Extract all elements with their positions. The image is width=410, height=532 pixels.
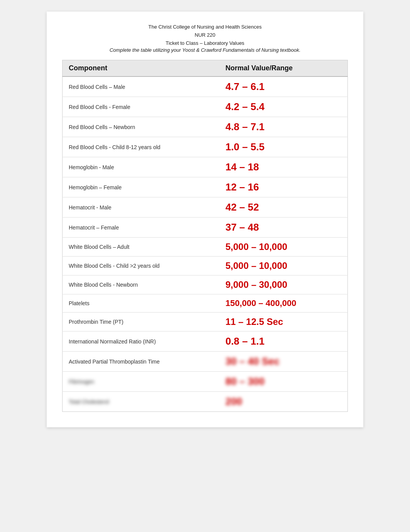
col-component-header: Component xyxy=(63,60,219,77)
header-line4: Complete the table utilizing your Yoost … xyxy=(62,47,348,53)
component-name: White Blood Cells – Adult xyxy=(69,244,129,250)
table-row: Red Blood Cells – Male4.7 – 6.1 xyxy=(63,76,348,97)
value-cell: 37 – 48 xyxy=(219,218,348,238)
value-cell: 11 – 12.5 Sec xyxy=(219,313,348,331)
table-row: Hematocrit – Female37 – 48 xyxy=(63,218,348,238)
lab-values-table: Component Normal Value/Range Red Blood C… xyxy=(62,60,348,412)
table-row: International Normalized Ratio (INR)0.8 … xyxy=(63,331,348,352)
component-cell: Red Blood Cells - Female xyxy=(63,97,219,117)
value-cell: 14 – 18 xyxy=(219,157,348,177)
value-cell: 4.7 – 6.1 xyxy=(219,76,348,97)
component-cell: International Normalized Ratio (INR) xyxy=(63,331,219,352)
normal-value: 37 – 48 xyxy=(225,221,259,233)
value-cell: 4.2 – 5.4 xyxy=(219,97,348,117)
component-name: Red Blood Cells – Male xyxy=(69,84,125,90)
normal-value: 0.8 – 1.1 xyxy=(225,335,264,347)
component-name: Red Blood Cells - Female xyxy=(69,104,130,110)
table-row: Platelets150,000 – 400,000 xyxy=(63,294,348,313)
value-cell: 12 – 16 xyxy=(219,177,348,197)
component-name: Total Cholesterol xyxy=(69,399,109,405)
component-name: Red Blood Cells - Child 8-12 years old xyxy=(69,144,160,150)
table-row: Red Blood Cells – Newborn4.8 – 7.1 xyxy=(63,117,348,137)
component-cell: Hematocrit – Female xyxy=(63,218,219,238)
component-name: Platelets xyxy=(69,300,90,306)
normal-value: 11 – 12.5 Sec xyxy=(225,316,283,327)
normal-value: 4.7 – 6.1 xyxy=(225,81,264,92)
value-cell: 5,000 – 10,000 xyxy=(219,238,348,257)
value-cell: 1.0 – 5.5 xyxy=(219,137,348,157)
table-row: Hemoglobin - Male14 – 18 xyxy=(63,157,348,177)
table-row: White Blood Cells - Newborn9,000 – 30,00… xyxy=(63,275,348,294)
normal-value: 42 – 52 xyxy=(225,201,259,213)
component-cell: Activated Partial Thromboplastin Time xyxy=(63,352,219,372)
component-name: Red Blood Cells – Newborn xyxy=(69,124,135,130)
value-cell: 200 xyxy=(219,392,348,412)
value-cell: 150,000 – 400,000 xyxy=(219,294,348,313)
page-container: The Christ College of Nursing and Health… xyxy=(47,12,363,427)
table-row: Fibrinogen80 – 300 xyxy=(63,372,348,392)
component-name: Hemoglobin - Male xyxy=(69,164,114,170)
value-cell: 30 – 40 Sec xyxy=(219,352,348,372)
component-name: Fibrinogen xyxy=(69,379,94,385)
table-row: Red Blood Cells - Child 8-12 years old1.… xyxy=(63,137,348,157)
header-line3: Ticket to Class – Laboratory Values xyxy=(62,39,348,48)
value-cell: 4.8 – 7.1 xyxy=(219,117,348,137)
value-cell: 80 – 300 xyxy=(219,372,348,392)
table-row: Hematocrit - Male42 – 52 xyxy=(63,197,348,218)
value-cell: 9,000 – 30,000 xyxy=(219,275,348,294)
normal-value: 5,000 – 10,000 xyxy=(225,241,287,252)
table-row: White Blood Cells - Child >2 years old5,… xyxy=(63,257,348,275)
value-cell: 42 – 52 xyxy=(219,197,348,218)
component-cell: Red Blood Cells – Male xyxy=(63,76,219,97)
normal-value: 30 – 40 Sec xyxy=(225,355,280,367)
component-cell: Platelets xyxy=(63,294,219,313)
value-cell: 5,000 – 10,000 xyxy=(219,257,348,275)
component-name: Hematocrit – Female xyxy=(69,224,119,231)
normal-value: 12 – 16 xyxy=(225,181,259,193)
component-cell: White Blood Cells - Newborn xyxy=(63,275,219,294)
normal-value: 9,000 – 30,000 xyxy=(225,279,287,290)
table-row: Hemoglobin – Female12 – 16 xyxy=(63,177,348,197)
component-cell: Red Blood Cells – Newborn xyxy=(63,117,219,137)
component-name: White Blood Cells - Child >2 years old xyxy=(69,263,159,269)
component-cell: Hemoglobin - Male xyxy=(63,157,219,177)
component-name: White Blood Cells - Newborn xyxy=(69,282,138,288)
component-cell: Total Cholesterol xyxy=(63,392,219,412)
component-cell: Fibrinogen xyxy=(63,372,219,392)
component-cell: White Blood Cells – Adult xyxy=(63,238,219,257)
table-header-row: Component Normal Value/Range xyxy=(63,60,348,77)
component-name: International Normalized Ratio (INR) xyxy=(69,338,156,345)
normal-value: 14 – 18 xyxy=(225,161,259,173)
page-header: The Christ College of Nursing and Health… xyxy=(62,23,348,53)
table-row: Prothrombin Time (PT)11 – 12.5 Sec xyxy=(63,313,348,331)
table-row: Red Blood Cells - Female4.2 – 5.4 xyxy=(63,97,348,117)
component-name: Activated Partial Thromboplastin Time xyxy=(69,359,160,365)
header-line1: The Christ College of Nursing and Health… xyxy=(62,23,348,31)
value-cell: 0.8 – 1.1 xyxy=(219,331,348,352)
table-row: Activated Partial Thromboplastin Time30 … xyxy=(63,352,348,372)
normal-value: 5,000 – 10,000 xyxy=(225,260,287,271)
table-row: Total Cholesterol200 xyxy=(63,392,348,412)
component-name: Hematocrit - Male xyxy=(69,204,111,211)
component-cell: Hemoglobin – Female xyxy=(63,177,219,197)
col-value-header: Normal Value/Range xyxy=(219,60,348,77)
normal-value: 150,000 – 400,000 xyxy=(225,298,296,308)
table-row: White Blood Cells – Adult5,000 – 10,000 xyxy=(63,238,348,257)
component-cell: White Blood Cells - Child >2 years old xyxy=(63,257,219,275)
component-name: Prothrombin Time (PT) xyxy=(69,319,124,325)
normal-value: 80 – 300 xyxy=(225,376,264,387)
component-cell: Red Blood Cells - Child 8-12 years old xyxy=(63,137,219,157)
header-line2: NUR 220 xyxy=(62,31,348,39)
component-name: Hemoglobin – Female xyxy=(69,184,122,190)
normal-value: 1.0 – 5.5 xyxy=(225,141,264,153)
component-cell: Hematocrit - Male xyxy=(63,197,219,218)
normal-value: 4.2 – 5.4 xyxy=(225,101,264,112)
component-cell: Prothrombin Time (PT) xyxy=(63,313,219,331)
normal-value: 4.8 – 7.1 xyxy=(225,121,264,133)
normal-value: 200 xyxy=(225,396,242,407)
